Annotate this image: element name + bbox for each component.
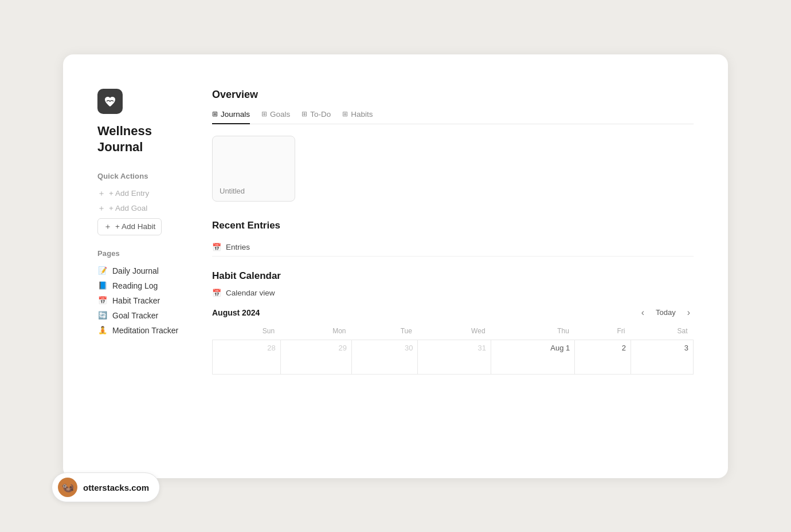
habit-tracker-label: Habit Tracker	[112, 296, 160, 305]
sidebar-item-habit-tracker[interactable]: 📅 Habit Tracker	[97, 293, 183, 308]
add-habit-button[interactable]: ＋ + Add Habit	[97, 218, 162, 235]
calendar-row-1: 28 29 30 31 Aug 1 2 3	[213, 340, 694, 374]
cal-cell-aug1[interactable]: Aug 1	[491, 340, 575, 374]
journals-grid: Untitled	[212, 136, 694, 202]
meditation-tracker-label: Meditation Tracker	[112, 326, 178, 335]
habit-tracker-icon: 📅	[97, 296, 108, 305]
goals-tab-label: Goals	[270, 110, 290, 119]
reading-log-label: Reading Log	[112, 281, 158, 290]
weekday-wed: Wed	[418, 325, 491, 340]
pages-label: Pages	[97, 249, 183, 258]
add-goal-label: + Add Goal	[109, 204, 147, 212]
main-area: Overview ⊞ Journals ⊞ Goals ⊞ To-Do ⊞ Ha…	[201, 54, 728, 478]
todo-tab-icon: ⊞	[301, 110, 307, 118]
add-goal-button[interactable]: ＋ + Add Goal	[97, 201, 183, 216]
cal-cell-31[interactable]: 31	[418, 340, 491, 374]
weekday-sat: Sat	[631, 325, 693, 340]
tab-goals[interactable]: ⊞ Goals	[261, 110, 290, 124]
weekday-mon: Mon	[280, 325, 351, 340]
weekday-fri: Fri	[575, 325, 631, 340]
calendar-view-label: Calendar view	[226, 289, 275, 297]
plus-icon-2: ＋	[97, 203, 105, 214]
tab-journals[interactable]: ⊞ Journals	[212, 110, 250, 124]
calendar-view-row: 📅 Calendar view	[212, 289, 694, 297]
sidebar-item-goal-tracker[interactable]: 🔄 Goal Tracker	[97, 308, 183, 323]
journal-card-untitled[interactable]: Untitled	[212, 136, 295, 202]
pages-section: Pages 📝 Daily Journal 📘 Reading Log 📅 Ha…	[97, 249, 183, 338]
goals-tab-icon: ⊞	[261, 110, 267, 118]
calendar-nav: ‹ Today ›	[638, 306, 694, 319]
sidebar: Wellness Journal Quick Actions ＋ + Add E…	[63, 54, 201, 478]
plus-icon: ＋	[97, 188, 105, 199]
app-window: Wellness Journal Quick Actions ＋ + Add E…	[63, 54, 728, 478]
cal-cell-2[interactable]: 2	[575, 340, 631, 374]
app-logo	[97, 89, 123, 114]
overview-tabs: ⊞ Journals ⊞ Goals ⊞ To-Do ⊞ Habits	[212, 110, 694, 124]
daily-journal-label: Daily Journal	[112, 266, 159, 275]
add-entry-button[interactable]: ＋ + Add Entry	[97, 186, 183, 201]
tab-todo[interactable]: ⊞ To-Do	[301, 110, 331, 124]
add-entry-label: + Add Entry	[109, 189, 149, 198]
cal-cell-3[interactable]: 3	[631, 340, 693, 374]
brand-label: otterstacks.com	[83, 483, 149, 492]
weekday-thu: Thu	[491, 325, 575, 340]
cal-prev-button[interactable]: ‹	[638, 306, 648, 319]
journals-tab-icon: ⊞	[212, 110, 218, 118]
footer-brand: 🦦 otterstacks.com	[52, 472, 160, 502]
cal-today-button[interactable]: Today	[651, 306, 680, 318]
cal-cell-28[interactable]: 28	[213, 340, 281, 374]
cal-cell-29[interactable]: 29	[280, 340, 351, 374]
brand-emoji: 🦦	[61, 481, 74, 494]
cal-next-button[interactable]: ›	[684, 306, 694, 319]
journal-card-title: Untitled	[220, 187, 288, 195]
sidebar-item-daily-journal[interactable]: 📝 Daily Journal	[97, 263, 183, 278]
calendar-table: Sun Mon Tue Wed Thu Fri Sat 28 29	[212, 325, 694, 375]
add-habit-label: + Add Habit	[115, 222, 155, 231]
goal-tracker-label: Goal Tracker	[112, 311, 158, 320]
brand-avatar: 🦦	[58, 478, 77, 497]
recent-entries-title: Recent Entries	[212, 220, 694, 231]
quick-actions-label: Quick Actions	[97, 172, 183, 180]
daily-journal-icon: 📝	[97, 266, 108, 275]
habits-tab-label: Habits	[351, 110, 373, 119]
calendar-month: August 2024	[212, 308, 260, 317]
sidebar-item-reading-log[interactable]: 📘 Reading Log	[97, 278, 183, 293]
entries-label: Entries	[226, 243, 250, 251]
habit-calendar-title: Habit Calendar	[212, 270, 694, 282]
todo-tab-label: To-Do	[310, 110, 331, 119]
cal-cell-30[interactable]: 30	[352, 340, 418, 374]
calendar-header: August 2024 ‹ Today ›	[212, 306, 694, 319]
reading-log-icon: 📘	[97, 281, 108, 290]
habits-tab-icon: ⊞	[342, 110, 348, 118]
entries-calendar-icon: 📅	[212, 243, 221, 251]
meditation-icon: 🧘	[97, 326, 108, 334]
tab-habits[interactable]: ⊞ Habits	[342, 110, 373, 124]
weekday-tue: Tue	[352, 325, 418, 340]
goal-tracker-icon: 🔄	[97, 311, 108, 320]
sidebar-item-meditation-tracker[interactable]: 🧘 Meditation Tracker	[97, 323, 183, 338]
calendar-view-icon: 📅	[212, 289, 221, 297]
plus-icon-3: ＋	[104, 222, 112, 232]
main-content: Wellness Journal Quick Actions ＋ + Add E…	[63, 54, 728, 478]
habit-calendar-section: Habit Calendar 📅 Calendar view August 20…	[212, 270, 694, 375]
entries-row[interactable]: 📅 Entries	[212, 238, 694, 257]
journals-tab-label: Journals	[221, 110, 250, 119]
weekday-sun: Sun	[213, 325, 281, 340]
app-title: Wellness Journal	[97, 123, 183, 156]
overview-title: Overview	[212, 89, 694, 101]
